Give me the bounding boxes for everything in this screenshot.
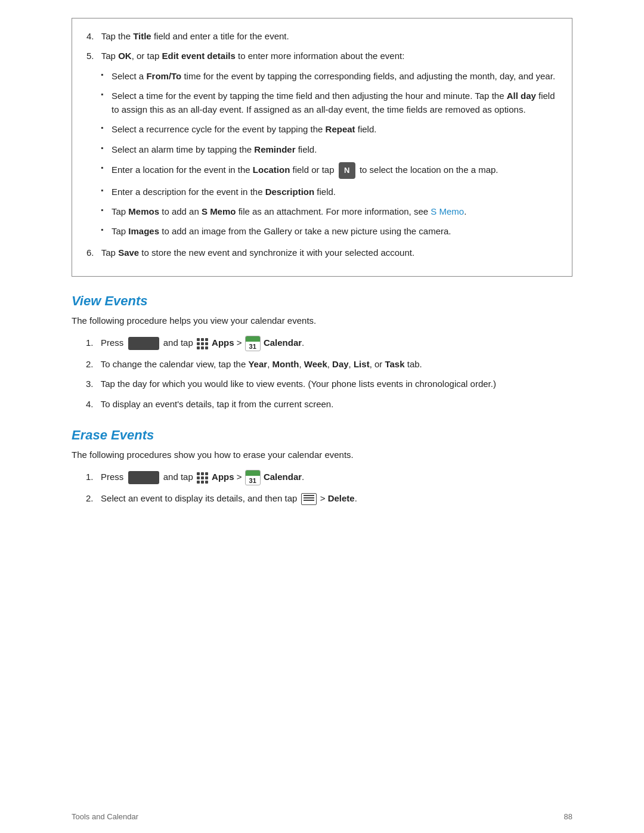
grid-dot xyxy=(201,342,204,345)
bullet-6: Enter a description for the event in the… xyxy=(101,185,558,199)
erase-events-section: Erase Events The following procedures sh… xyxy=(72,428,572,506)
grid-dot xyxy=(205,346,208,349)
grid-dot xyxy=(197,346,200,349)
erase-step-2-text: Select an event to display its details, … xyxy=(101,493,357,503)
grid-dot xyxy=(197,338,200,341)
erase-step-1: 1. Press and tap xyxy=(86,470,572,485)
bullet-2: Select a time for the event by tapping t… xyxy=(101,89,558,117)
location-icon xyxy=(339,162,355,179)
home-button-icon xyxy=(128,337,159,350)
view-step-2-text: To change the calendar view, tap the Yea… xyxy=(101,359,422,369)
step-6: 6. Tap Save to store the new event and s… xyxy=(86,246,558,259)
grid-dot xyxy=(201,338,204,341)
grid-dot xyxy=(205,342,208,345)
step-5: 5. Tap OK, or tap Edit event details to … xyxy=(86,49,558,63)
grid-dot xyxy=(197,342,200,345)
view-step-4-number: 4. xyxy=(86,399,98,409)
step-4-number: 4. xyxy=(86,31,99,41)
erase-events-steps: 1. Press and tap xyxy=(86,470,572,505)
bullet-7: Tap Memos to add an S Memo file as an at… xyxy=(101,205,558,218)
view-step-4-text: To display an event's details, tap it fr… xyxy=(101,399,334,409)
grid-dot xyxy=(197,481,200,484)
erase-step-2: 2. Select an event to display its detail… xyxy=(86,491,572,505)
view-events-heading: View Events xyxy=(72,293,572,309)
menu-icon xyxy=(301,493,317,505)
view-step-3: 3. Tap the day for which you would like … xyxy=(86,377,572,391)
step-5-text: Tap OK, or tap Edit event details to ent… xyxy=(101,51,405,61)
view-step-1-text: Press and tap xyxy=(101,337,304,348)
grid-dot xyxy=(201,476,204,479)
view-events-description: The following procedure helps you view y… xyxy=(72,314,572,327)
view-events-section: View Events The following procedure help… xyxy=(72,293,572,411)
grid-dot xyxy=(201,346,204,349)
view-step-4: 4. To display an event's details, tap it… xyxy=(86,397,572,411)
apps-grid-icon-2 xyxy=(197,472,208,484)
footer: Tools and Calendar 88 xyxy=(72,812,572,821)
view-step-1-number: 1. xyxy=(86,337,98,348)
step-6-text: Tap Save to store the new event and sync… xyxy=(101,247,414,258)
bullet-8: Tap Images to add an image from the Gall… xyxy=(101,224,558,238)
bullet-5: Enter a location for the event in the Lo… xyxy=(101,162,558,179)
bullet-list: Select a From/To time for the event by t… xyxy=(101,69,558,239)
calendar-icon: 31 xyxy=(245,336,261,351)
home-button-icon-2 xyxy=(128,471,159,484)
grid-dot xyxy=(197,476,200,479)
grid-dot xyxy=(201,481,204,484)
grid-dot xyxy=(197,472,200,475)
erase-step-1-number: 1. xyxy=(86,472,98,482)
footer-left: Tools and Calendar xyxy=(72,812,138,821)
s-memo-link[interactable]: S Memo xyxy=(431,206,464,216)
view-step-3-text: Tap the day for which you would like to … xyxy=(101,379,496,389)
view-step-2-number: 2. xyxy=(86,359,98,369)
view-step-2: 2. To change the calendar view, tap the … xyxy=(86,357,572,371)
content-area: 4. Tap the Title field and enter a title… xyxy=(72,18,572,505)
erase-step-1-text: Press and tap xyxy=(101,472,304,482)
erase-events-heading: Erase Events xyxy=(72,428,572,443)
view-step-1: 1. Press and tap xyxy=(86,336,572,351)
bullet-4: Select an alarm time by tapping the Remi… xyxy=(101,143,558,156)
grid-dot xyxy=(205,481,208,484)
grid-dot xyxy=(201,472,204,475)
footer-right: 88 xyxy=(564,812,572,821)
step-4-text: Tap the Title field and enter a title fo… xyxy=(101,31,289,41)
step-5-number: 5. xyxy=(86,51,99,61)
apps-grid-icon xyxy=(197,338,208,349)
view-step-3-number: 3. xyxy=(86,379,98,389)
erase-step-2-number: 2. xyxy=(86,493,98,503)
step-4: 4. Tap the Title field and enter a title… xyxy=(86,29,558,43)
page-container: 4. Tap the Title field and enter a title… xyxy=(0,0,644,833)
bullet-1: Select a From/To time for the event by t… xyxy=(101,69,558,83)
grid-dot xyxy=(205,476,208,479)
view-events-steps: 1. Press and tap xyxy=(86,336,572,411)
bullet-3: Select a recurrence cycle for the event … xyxy=(101,122,558,136)
grid-dot xyxy=(205,338,208,341)
calendar-icon-2: 31 xyxy=(245,470,261,485)
top-section: 4. Tap the Title field and enter a title… xyxy=(72,18,572,277)
step-6-number: 6. xyxy=(86,247,99,258)
erase-events-description: The following procedures show you how to… xyxy=(72,448,572,462)
grid-dot xyxy=(205,472,208,475)
